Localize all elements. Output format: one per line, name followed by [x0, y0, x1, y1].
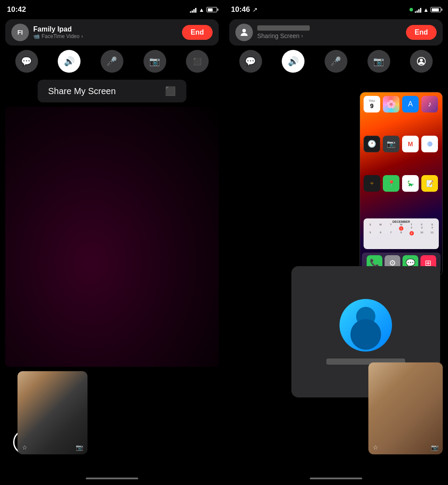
- right-person-button[interactable]: [410, 50, 433, 73]
- battery-icon: [206, 7, 217, 12]
- sharing-chevron: ›: [301, 33, 303, 39]
- thumb-overlay: ☆ 📷: [18, 444, 88, 451]
- app-icon-notes: 📝: [421, 175, 438, 192]
- right-microphone-button[interactable]: 🎤: [325, 50, 347, 73]
- person-icon: [239, 27, 249, 38]
- left-call-subtitle: 📹 FaceTime Video ›: [33, 33, 83, 39]
- sharing-text: Sharing Screen: [257, 32, 300, 39]
- name-redacted-bar: [257, 25, 310, 31]
- signal-bars-icon: [190, 7, 196, 13]
- app-icon-calendar: THU 9: [364, 96, 380, 112]
- left-end-button[interactable]: End: [182, 25, 213, 40]
- left-speaker-button[interactable]: 🔊: [58, 50, 80, 73]
- left-camera-button[interactable]: 📷: [144, 50, 166, 73]
- right-status-bar: 10:46 ↗ ▲: [224, 0, 448, 18]
- calendar-widget: DECEMBER SMTWTFS 1234 567891011: [364, 218, 439, 249]
- right-signal-bar-2: [416, 11, 418, 13]
- app-icon-chrome: ⊕: [421, 136, 438, 152]
- left-message-button[interactable]: 💬: [15, 50, 38, 73]
- right-panel: 10:46 ↗ ▲: [224, 0, 448, 485]
- left-bottom-row: ☆ 📷: [0, 367, 224, 472]
- left-status-icons: ▲: [190, 7, 217, 13]
- right-end-button[interactable]: End: [406, 25, 437, 40]
- left-contact-name: Family Ipad: [33, 25, 83, 33]
- screen-share-preview: THU 9 🌸 A ♪ 🕐 📷 M ⊕ ÷ 📍 🦕 📝 DECEMBER: [360, 92, 443, 276]
- star-icon: ☆: [22, 444, 28, 451]
- right-signal-bar-4: [420, 8, 421, 13]
- right-status-right: ▲: [410, 7, 441, 13]
- left-home-bar: [86, 478, 138, 479]
- left-video-content: [5, 107, 219, 367]
- app-icon-maps: 📍: [383, 175, 399, 192]
- calendar-grid: SMTWTFS 1234 567891011: [365, 223, 437, 235]
- right-time: 10:46: [231, 5, 250, 14]
- right-star-icon: ☆: [373, 444, 378, 451]
- thumbnail-content: [18, 371, 88, 454]
- left-avatar: FI: [11, 24, 29, 41]
- right-speaker-button[interactable]: 🔊: [282, 50, 304, 73]
- share-screen-button[interactable]: Share My Screen ⬛: [38, 80, 186, 102]
- right-call-bar: Sharing Screen › End: [229, 19, 443, 46]
- face-pixelated-content: [368, 362, 443, 454]
- right-controls-row: 💬 🔊 🎤 📷: [229, 50, 443, 73]
- avatar-body: [350, 319, 381, 350]
- person-crop-circle-icon: [416, 56, 426, 66]
- share-screen-icon: ⬛: [165, 86, 176, 96]
- left-controls-row: 💬 🔊 🎤 📷 ⬛: [5, 50, 219, 73]
- right-home-bar: [310, 478, 362, 479]
- app-icon-music: ♪: [421, 96, 438, 112]
- app-icons-grid: THU 9 🌸 A ♪ 🕐 📷 M ⊕ ÷ 📍 🦕 📝: [360, 92, 442, 217]
- right-call-info: Sharing Screen ›: [235, 24, 310, 41]
- battery-fill: [208, 8, 213, 11]
- right-battery-fill: [432, 8, 439, 11]
- iphone-screen-preview: THU 9 🌸 A ♪ 🕐 📷 M ⊕ ÷ 📍 🦕 📝 DECEMBER: [360, 92, 442, 275]
- left-panel: 10:42 ▲ FI Family Ipad 📹 FaceTime Video: [0, 0, 224, 485]
- left-time: 10:42: [7, 5, 26, 14]
- right-message-button[interactable]: 💬: [239, 50, 262, 73]
- wifi-icon: ▲: [199, 7, 204, 13]
- left-video-area: [5, 107, 219, 367]
- left-screenshare-button[interactable]: ⬛: [186, 50, 209, 73]
- right-signal-bar-3: [418, 9, 420, 13]
- svg-point-2: [420, 59, 423, 61]
- right-signal-bars: [415, 7, 421, 13]
- app-icon-photos: 🌸: [383, 96, 399, 112]
- share-screen-label: Share My Screen: [48, 86, 116, 96]
- app-icon-dino: 🦕: [402, 175, 419, 192]
- app-icon-calculator: ÷: [364, 175, 380, 192]
- svg-point-0: [242, 29, 246, 32]
- right-signal-bar-1: [415, 11, 416, 13]
- app-icon-gmail: M: [402, 136, 419, 152]
- right-battery-icon: [430, 7, 441, 12]
- right-status-left: 10:46 ↗: [231, 5, 258, 14]
- right-call-details: Sharing Screen ›: [257, 25, 310, 39]
- right-wifi-icon: ▲: [423, 7, 429, 13]
- app-icon-appstore: A: [402, 96, 419, 112]
- signal-bar-1: [190, 11, 191, 13]
- right-camera-icon: 📷: [431, 444, 438, 451]
- right-thumb-overlay: ☆ 📷: [368, 444, 443, 451]
- left-call-bar: FI Family Ipad 📹 FaceTime Video › End: [5, 19, 219, 46]
- right-camera-button[interactable]: 📷: [368, 50, 390, 73]
- facetime-icon: 📹: [33, 33, 40, 39]
- app-icon-camera: 📷: [383, 136, 399, 152]
- signal-bar-3: [193, 9, 195, 13]
- right-home-indicator: [224, 472, 448, 485]
- right-sharing-status: Sharing Screen ›: [257, 32, 310, 39]
- right-avatar: [235, 24, 253, 41]
- signal-bar-2: [192, 11, 193, 13]
- left-microphone-button[interactable]: 🎤: [101, 50, 123, 73]
- app-icon-clock: 🕐: [364, 136, 380, 152]
- large-avatar: [340, 299, 392, 351]
- left-call-details: Family Ipad 📹 FaceTime Video ›: [33, 25, 83, 39]
- right-thumbnail[interactable]: ☆ 📷: [368, 362, 443, 454]
- left-subtitle-text: FaceTime Video: [42, 33, 80, 39]
- left-thumbnail[interactable]: ☆ 📷: [18, 371, 88, 454]
- subtitle-chevron: ›: [81, 33, 83, 39]
- left-status-bar: 10:42 ▲: [0, 0, 224, 18]
- location-arrow-icon: ↗: [252, 6, 258, 13]
- left-call-info: FI Family Ipad 📹 FaceTime Video ›: [11, 24, 83, 41]
- signal-bar-4: [195, 8, 196, 13]
- camera-flip-icon: 📷: [76, 444, 83, 451]
- left-home-indicator: [0, 472, 224, 485]
